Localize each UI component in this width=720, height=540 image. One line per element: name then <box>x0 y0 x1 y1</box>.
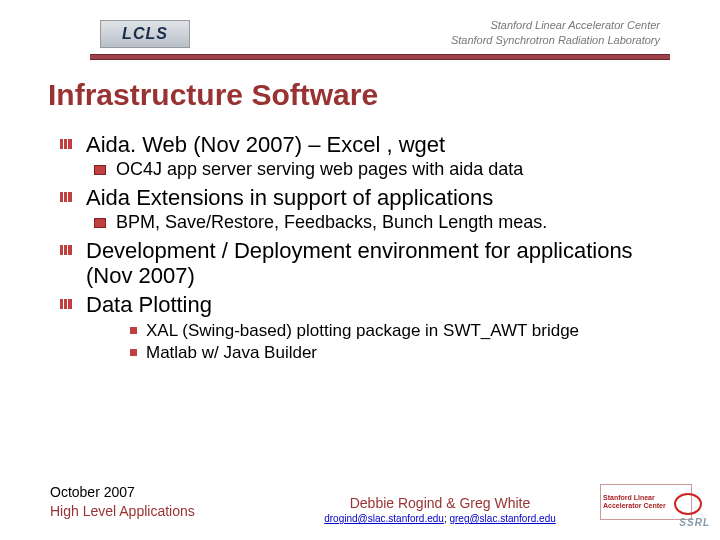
slac-logo-text: Stanford Linear Accelerator Center <box>603 494 674 509</box>
bullet-bpm: BPM, Save/Restore, Feedbacks, Bunch Leng… <box>94 212 670 234</box>
footer-email-1[interactable]: drogind@slac.stanford.edu <box>324 513 444 524</box>
org-line-1: Stanford Linear Accelerator Center <box>451 18 660 33</box>
header-org: Stanford Linear Accelerator Center Stanf… <box>451 18 660 49</box>
slide-body: Aida. Web (Nov 2007) – Excel , wget OC4J… <box>60 128 670 364</box>
bullet-aida-web: Aida. Web (Nov 2007) – Excel , wget <box>60 132 670 157</box>
slac-logo: Stanford Linear Accelerator Center <box>600 484 692 520</box>
footer-left: October 2007 High Level Applications <box>50 483 195 522</box>
footer-emails: drogind@slac.stanford.edu; greg@slac.sta… <box>310 513 570 524</box>
bullet-xal: XAL (Swing-based) plotting package in SW… <box>130 320 670 341</box>
footer-date: October 2007 <box>50 483 195 503</box>
slide-footer: October 2007 High Level Applications Deb… <box>0 480 720 530</box>
footer-center: Debbie Rogind & Greg White drogind@slac.… <box>310 495 570 524</box>
slide-title: Infrastructure Software <box>48 78 378 112</box>
bullet-data-plotting: Data Plotting <box>60 292 670 317</box>
footer-authors: Debbie Rogind & Greg White <box>310 495 570 511</box>
footer-email-2[interactable]: greg@slac.stanford.edu <box>449 513 555 524</box>
bullet-aida-extensions: Aida Extensions in support of applicatio… <box>60 185 670 210</box>
ssrl-badge: SSRL <box>679 517 710 528</box>
bullet-dev-deploy: Development / Deployment environment for… <box>60 238 670 289</box>
org-line-2: Stanford Synchrotron Radiation Laborator… <box>451 33 660 48</box>
slac-logo-ring-icon <box>674 490 689 514</box>
header-divider <box>90 54 670 60</box>
bullet-oc4j: OC4J app server serving web pages with a… <box>94 159 670 181</box>
footer-subtitle: High Level Applications <box>50 502 195 522</box>
bullet-matlab: Matlab w/ Java Builder <box>130 342 670 363</box>
slide-header: LCLS Stanford Linear Accelerator Center … <box>0 12 720 62</box>
lcls-logo: LCLS <box>100 20 190 48</box>
